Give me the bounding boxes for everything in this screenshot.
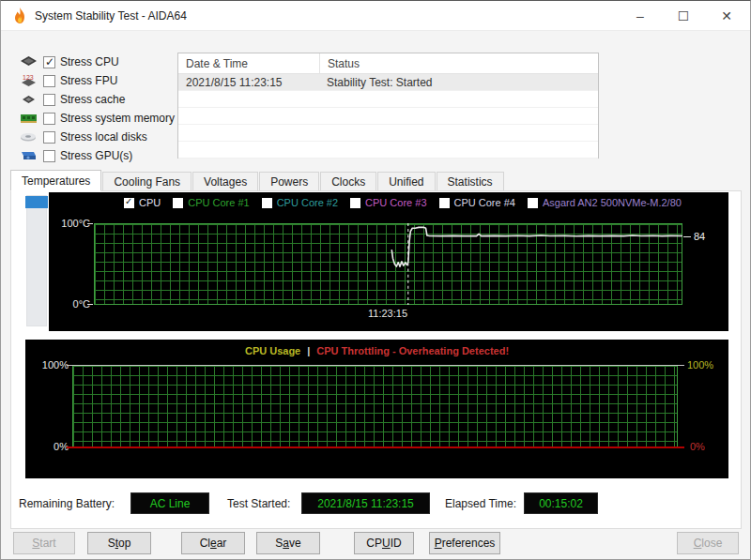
preferences-button[interactable]: Preferences [429,532,500,554]
stress-disks-option[interactable]: Stress local disks [20,128,147,146]
elapsed-time-label: Elapsed Time: [445,497,516,510]
chart-zoom-slider[interactable] [26,195,47,326]
chart-zoom-slider-thumb[interactable] [25,196,48,208]
table-row [178,142,598,159]
stress-cache-checkbox[interactable] [43,94,55,106]
log-datetime-cell: 2021/8/15 11:23:15 [178,76,319,89]
throttling-line [67,446,684,448]
maximize-icon: ☐ [678,8,690,23]
temperature-chart: CPU CPU Core #1 CPU Core #2 CPU Core #3 … [49,192,728,331]
close-dialog-button: Close [677,532,739,554]
legend-item-core1[interactable]: CPU Core #1 [173,197,249,208]
column-header-status[interactable]: Status [319,53,598,73]
legend-core2-checkbox[interactable] [262,198,272,208]
temperature-plot [94,223,682,305]
stress-gpu-checkbox[interactable] [43,150,55,162]
stress-option-label: Stress local disks [60,130,147,144]
minimize-button[interactable]: – [619,1,662,31]
time-axis-label: 11:23:15 [368,308,424,319]
stress-option-label: Stress GPU(s) [60,149,132,162]
stress-option-label: Stress system memory [60,112,175,125]
legend-asgard-checkbox[interactable] [528,198,538,208]
current-value-tick [683,236,691,237]
title-separator: | [307,345,310,356]
close-icon: ✕ [721,8,732,23]
log-table-header: Date & Time Status [178,53,598,74]
tab-unified[interactable]: Unified [377,172,435,191]
chart-tabs: Temperatures Cooling Fans Voltages Power… [10,170,505,191]
legend-label: CPU Core #3 [365,197,426,208]
legend-core3-checkbox[interactable] [350,198,360,208]
usage-y-max-left: 100% [33,359,69,371]
cache-icon [20,92,38,107]
stress-gpu-option[interactable]: Stress GPU(s) [20,146,132,165]
svg-text:123: 123 [23,74,34,81]
legend-core1-checkbox[interactable] [173,198,183,208]
start-button: Start [13,532,75,554]
legend-item-core2[interactable]: CPU Core #2 [262,197,338,208]
stress-memory-option[interactable]: Stress system memory [20,109,175,128]
table-row [178,108,598,125]
disk-icon [20,129,38,144]
usage-title: CPU Usage [245,345,300,356]
titlebar: System Stability Test - AIDA64 – ☐ ✕ [1,1,750,31]
stress-fpu-option[interactable]: 123 Stress FPU [20,71,117,90]
minimize-icon: – [636,8,644,23]
tab-statistics[interactable]: Statistics [437,172,504,191]
cpuid-button[interactable]: CPUID [354,532,414,554]
stress-memory-checkbox[interactable] [43,113,55,125]
legend-label: Asgard AN2 500NVMe-M.2/80 [543,197,682,208]
system-stability-test-window: System Stability Test - AIDA64 – ☐ ✕ Str… [0,0,751,560]
clear-button[interactable]: Clear [181,532,245,554]
axis-tick [87,304,93,305]
tab-temperatures[interactable]: Temperatures [10,170,101,191]
battery-value-display: AC Line [130,492,209,514]
save-button[interactable]: Save [256,532,320,554]
test-started-value: 2021/8/15 11:23:15 [317,497,414,510]
stress-option-label: Stress cache [60,93,125,106]
legend-item-asgard-ssd[interactable]: Asgard AN2 500NVMe-M.2/80 [528,197,682,208]
tab-cooling-fans[interactable]: Cooling Fans [102,172,192,191]
stress-cache-option[interactable]: Stress cache [20,90,125,109]
maximize-button[interactable]: ☐ [662,1,705,31]
legend-item-cpu[interactable]: CPU [124,197,161,208]
current-temperature-value: 84 [694,231,705,242]
stress-option-label: Stress CPU [60,55,119,68]
usage-y-min-left: 0% [33,441,69,452]
throttling-alert: CPU Throttling - Overheating Detected! [316,345,509,356]
stress-fpu-checkbox[interactable] [43,75,55,87]
temperatures-tab-page: CPU CPU Core #1 CPU Core #2 CPU Core #3 … [10,190,742,529]
column-header-datetime[interactable]: Date & Time [178,57,319,70]
battery-label: Remaining Battery: [19,497,115,510]
y-axis-max-label: 100°C [49,218,90,229]
stress-option-label: Stress FPU [60,74,117,87]
tab-clocks[interactable]: Clocks [320,172,376,191]
stress-cpu-option[interactable]: Stress CPU [20,53,119,71]
tab-voltages[interactable]: Voltages [192,172,258,191]
legend-label: CPU [139,197,161,208]
legend-core4-checkbox[interactable] [439,198,450,208]
event-log-table: Date & Time Status 2021/8/15 11:23:15 St… [177,53,599,159]
legend-label: CPU Core #2 [277,197,338,208]
test-started-label: Test Started: [227,497,290,510]
chart-legend: CPU CPU Core #1 CPU Core #2 CPU Core #3 … [124,197,682,208]
legend-label: CPU Core #1 [188,197,249,208]
flame-icon [12,8,28,24]
legend-cpu-checkbox[interactable] [124,198,134,208]
memory-icon [20,111,38,126]
temp-line [391,227,682,266]
stress-cpu-checkbox[interactable] [43,56,55,68]
test-started-display: 2021/8/15 11:23:15 [301,492,430,514]
usage-y-min-right: 0% [690,441,705,452]
close-button[interactable]: ✕ [705,1,748,31]
stress-disks-checkbox[interactable] [43,131,55,144]
stop-button[interactable]: Stop [87,532,151,554]
legend-item-core3[interactable]: CPU Core #3 [350,197,426,208]
table-row[interactable]: 2021/8/15 11:23:15 Stability Test: Start… [178,74,598,91]
log-status-cell: Stability Test: Started [319,76,598,89]
table-row [178,91,598,108]
y-axis-min-label: 0°C [49,298,90,310]
legend-item-core4[interactable]: CPU Core #4 [439,197,515,208]
cpu-usage-chart: CPU Usage | CPU Throttling - Overheating… [25,340,728,478]
tab-powers[interactable]: Powers [259,172,319,191]
